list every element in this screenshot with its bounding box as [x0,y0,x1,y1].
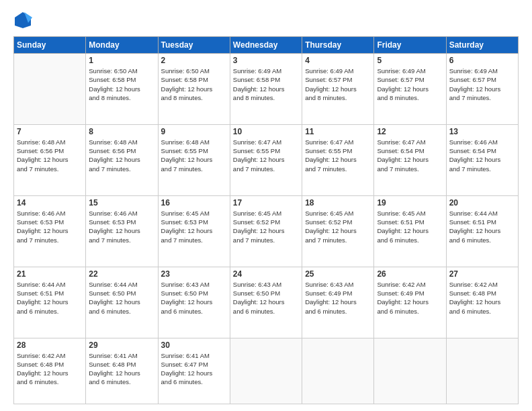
day-info: Sunrise: 6:49 AM Sunset: 6:57 PM Dayligh… [449,66,515,102]
calendar-week-row: 28Sunrise: 6:42 AM Sunset: 6:48 PM Dayli… [14,338,519,404]
calendar-cell: 1Sunrise: 6:50 AM Sunset: 6:58 PM Daylig… [86,54,158,125]
day-info: Sunrise: 6:43 AM Sunset: 6:50 PM Dayligh… [161,280,227,316]
calendar-cell: 12Sunrise: 6:47 AM Sunset: 6:54 PM Dayli… [374,124,446,195]
day-info: Sunrise: 6:49 AM Sunset: 6:57 PM Dayligh… [377,66,443,102]
day-info: Sunrise: 6:44 AM Sunset: 6:50 PM Dayligh… [89,280,154,316]
calendar-cell [14,54,86,125]
weekday-header: Wednesday [230,37,302,54]
day-number: 11 [305,127,371,136]
day-info: Sunrise: 6:47 AM Sunset: 6:55 PM Dayligh… [305,138,371,173]
calendar-cell: 21Sunrise: 6:44 AM Sunset: 6:51 PM Dayli… [14,267,86,338]
calendar-cell [230,338,302,404]
page: SundayMondayTuesdayWednesdayThursdayFrid… [0,0,532,411]
calendar-cell: 14Sunrise: 6:46 AM Sunset: 6:53 PM Dayli… [14,195,86,267]
calendar-cell: 25Sunrise: 6:43 AM Sunset: 6:49 PM Dayli… [302,267,374,338]
calendar-week-row: 7Sunrise: 6:48 AM Sunset: 6:56 PM Daylig… [14,124,519,195]
weekday-header: Friday [374,37,446,54]
calendar-cell: 5Sunrise: 6:49 AM Sunset: 6:57 PM Daylig… [374,54,446,125]
day-number: 18 [305,198,371,208]
day-number: 13 [449,127,515,136]
calendar-cell: 3Sunrise: 6:49 AM Sunset: 6:58 PM Daylig… [230,54,302,125]
day-info: Sunrise: 6:48 AM Sunset: 6:55 PM Dayligh… [161,138,227,173]
calendar-cell: 6Sunrise: 6:49 AM Sunset: 6:57 PM Daylig… [446,54,518,125]
day-number: 28 [17,340,83,350]
day-info: Sunrise: 6:49 AM Sunset: 6:57 PM Dayligh… [305,66,371,102]
day-info: Sunrise: 6:47 AM Sunset: 6:55 PM Dayligh… [233,138,299,173]
day-number: 27 [449,269,515,279]
day-number: 7 [17,127,83,136]
day-number: 1 [89,56,154,65]
day-info: Sunrise: 6:41 AM Sunset: 6:48 PM Dayligh… [89,351,154,387]
header [13,11,519,30]
calendar-cell: 13Sunrise: 6:46 AM Sunset: 6:54 PM Dayli… [446,124,518,195]
day-info: Sunrise: 6:45 AM Sunset: 6:53 PM Dayligh… [161,209,227,244]
day-info: Sunrise: 6:43 AM Sunset: 6:50 PM Dayligh… [233,280,299,316]
calendar-cell: 26Sunrise: 6:42 AM Sunset: 6:49 PM Dayli… [374,267,446,338]
calendar-cell [446,338,518,404]
weekday-header: Saturday [446,37,518,54]
day-number: 3 [233,56,299,65]
day-number: 4 [305,56,371,65]
day-number: 16 [161,198,227,208]
day-info: Sunrise: 6:45 AM Sunset: 6:52 PM Dayligh… [233,209,299,244]
day-info: Sunrise: 6:48 AM Sunset: 6:56 PM Dayligh… [89,138,154,173]
calendar-cell: 24Sunrise: 6:43 AM Sunset: 6:50 PM Dayli… [230,267,302,338]
calendar-cell: 8Sunrise: 6:48 AM Sunset: 6:56 PM Daylig… [86,124,158,195]
calendar-cell: 30Sunrise: 6:41 AM Sunset: 6:47 PM Dayli… [158,338,230,404]
day-number: 19 [377,198,443,208]
weekday-header: Thursday [302,37,374,54]
day-number: 2 [161,56,227,65]
calendar-cell [302,338,374,404]
calendar-cell: 11Sunrise: 6:47 AM Sunset: 6:55 PM Dayli… [302,124,374,195]
calendar-cell: 23Sunrise: 6:43 AM Sunset: 6:50 PM Dayli… [158,267,230,338]
day-info: Sunrise: 6:42 AM Sunset: 6:49 PM Dayligh… [377,280,443,316]
calendar-cell: 4Sunrise: 6:49 AM Sunset: 6:57 PM Daylig… [302,54,374,125]
day-info: Sunrise: 6:46 AM Sunset: 6:53 PM Dayligh… [17,209,83,244]
calendar-cell: 28Sunrise: 6:42 AM Sunset: 6:48 PM Dayli… [14,338,86,404]
weekday-header: Tuesday [158,37,230,54]
calendar-week-row: 1Sunrise: 6:50 AM Sunset: 6:58 PM Daylig… [14,54,519,125]
day-number: 9 [161,127,227,136]
day-info: Sunrise: 6:41 AM Sunset: 6:47 PM Dayligh… [161,351,227,387]
calendar-cell: 15Sunrise: 6:46 AM Sunset: 6:53 PM Dayli… [86,195,158,267]
day-info: Sunrise: 6:46 AM Sunset: 6:53 PM Dayligh… [89,209,154,244]
day-info: Sunrise: 6:45 AM Sunset: 6:52 PM Dayligh… [305,209,371,244]
logo [13,11,35,30]
calendar-cell: 9Sunrise: 6:48 AM Sunset: 6:55 PM Daylig… [158,124,230,195]
calendar-week-row: 21Sunrise: 6:44 AM Sunset: 6:51 PM Dayli… [14,267,519,338]
calendar-header-row: SundayMondayTuesdayWednesdayThursdayFrid… [14,37,519,54]
day-info: Sunrise: 6:49 AM Sunset: 6:58 PM Dayligh… [233,66,299,102]
calendar-cell: 16Sunrise: 6:45 AM Sunset: 6:53 PM Dayli… [158,195,230,267]
day-info: Sunrise: 6:47 AM Sunset: 6:54 PM Dayligh… [377,138,443,173]
day-number: 10 [233,127,299,136]
day-number: 12 [377,127,443,136]
day-number: 23 [161,269,227,279]
day-number: 17 [233,198,299,208]
day-number: 22 [89,269,154,279]
calendar-cell: 29Sunrise: 6:41 AM Sunset: 6:48 PM Dayli… [86,338,158,404]
day-number: 30 [161,340,227,350]
day-info: Sunrise: 6:50 AM Sunset: 6:58 PM Dayligh… [89,66,154,102]
calendar-cell: 17Sunrise: 6:45 AM Sunset: 6:52 PM Dayli… [230,195,302,267]
day-number: 20 [449,198,515,208]
day-number: 25 [305,269,371,279]
calendar-cell: 27Sunrise: 6:42 AM Sunset: 6:48 PM Dayli… [446,267,518,338]
calendar: SundayMondayTuesdayWednesdayThursdayFrid… [13,36,519,404]
weekday-header: Monday [86,37,158,54]
calendar-cell: 2Sunrise: 6:50 AM Sunset: 6:58 PM Daylig… [158,54,230,125]
day-number: 21 [17,269,83,279]
calendar-cell: 22Sunrise: 6:44 AM Sunset: 6:50 PM Dayli… [86,267,158,338]
day-info: Sunrise: 6:48 AM Sunset: 6:56 PM Dayligh… [17,138,83,173]
calendar-cell: 7Sunrise: 6:48 AM Sunset: 6:56 PM Daylig… [14,124,86,195]
day-number: 24 [233,269,299,279]
day-number: 6 [449,56,515,65]
day-info: Sunrise: 6:43 AM Sunset: 6:49 PM Dayligh… [305,280,371,316]
calendar-cell: 19Sunrise: 6:45 AM Sunset: 6:51 PM Dayli… [374,195,446,267]
calendar-cell: 18Sunrise: 6:45 AM Sunset: 6:52 PM Dayli… [302,195,374,267]
calendar-week-row: 14Sunrise: 6:46 AM Sunset: 6:53 PM Dayli… [14,195,519,267]
day-number: 29 [89,340,154,350]
day-info: Sunrise: 6:46 AM Sunset: 6:54 PM Dayligh… [449,138,515,173]
day-info: Sunrise: 6:42 AM Sunset: 6:48 PM Dayligh… [449,280,515,316]
day-info: Sunrise: 6:44 AM Sunset: 6:51 PM Dayligh… [449,209,515,244]
day-info: Sunrise: 6:50 AM Sunset: 6:58 PM Dayligh… [161,66,227,102]
